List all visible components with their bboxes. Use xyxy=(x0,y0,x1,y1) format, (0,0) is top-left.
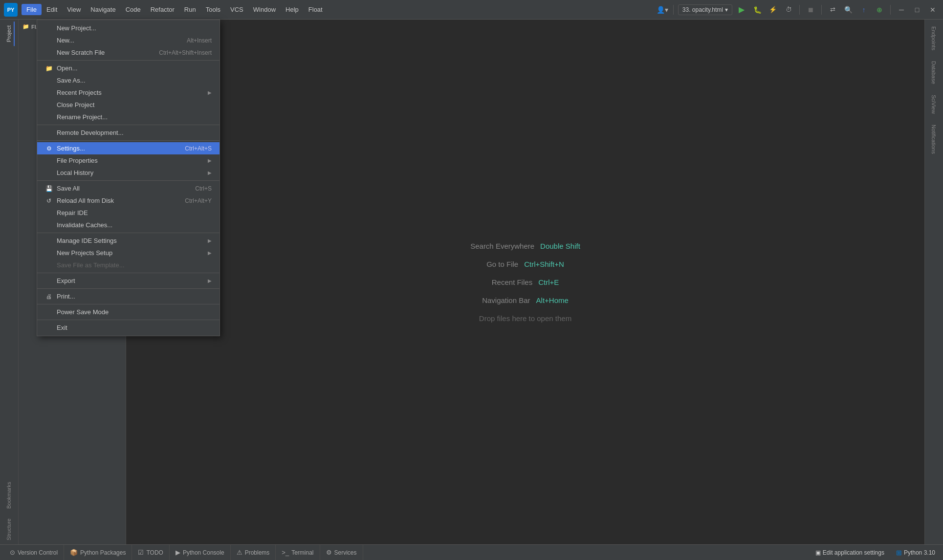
close-button[interactable]: ✕ xyxy=(926,3,939,16)
version-control-icon: ⊙ xyxy=(10,549,15,556)
manage-ide-arrow: ▶ xyxy=(208,238,212,243)
menu-file-properties[interactable]: File Properties ▶ xyxy=(37,154,219,167)
menu-export[interactable]: Export ▶ xyxy=(37,275,219,287)
scratch-shortcut: Ctrl+Alt+Shift+Insert xyxy=(159,49,212,56)
maximize-button[interactable]: □ xyxy=(911,3,923,16)
menu-run[interactable]: Run xyxy=(179,4,201,15)
menu-remote-development[interactable]: Remote Development... xyxy=(37,127,219,139)
menu-manage-ide[interactable]: Manage IDE Settings ▶ xyxy=(37,235,219,247)
manage-ide-label: Manage IDE Settings xyxy=(57,237,204,244)
new-project-label: New Project... xyxy=(57,24,212,32)
menu-open[interactable]: 📁 Open... xyxy=(37,62,219,74)
open-icon: 📁 xyxy=(45,65,53,72)
sidebar-tab-bookmarks[interactable]: Bookmarks xyxy=(4,478,15,513)
menu-close-project[interactable]: Close Project xyxy=(37,99,219,111)
editor-area: Search Everywhere Double Shift Go to Fil… xyxy=(126,20,924,544)
hint-recent-files: Recent Files Ctrl+E xyxy=(492,278,559,286)
python-version-item[interactable]: ⊞ Python 3.10 xyxy=(892,549,939,557)
status-python-console[interactable]: ▶ Python Console xyxy=(170,545,231,560)
menu-float[interactable]: Float xyxy=(304,4,328,15)
run-button[interactable]: ▶ xyxy=(735,3,748,16)
menu-navigate[interactable]: Navigate xyxy=(86,4,120,15)
coverage-button[interactable]: ⚡ xyxy=(767,3,779,16)
menu-save-all[interactable]: 💾 Save All Ctrl+S xyxy=(37,182,219,194)
menu-file[interactable]: File xyxy=(22,4,42,15)
hint-goto-file: Go to File Ctrl+Shift+N xyxy=(486,260,564,268)
file-props-arrow: ▶ xyxy=(208,158,212,163)
hint-goto-shortcut: Ctrl+Shift+N xyxy=(524,260,564,268)
menu-local-history[interactable]: Local History ▶ xyxy=(37,167,219,179)
right-tab-endpoints[interactable]: Endpoints xyxy=(929,22,940,55)
menu-new-project[interactable]: New Project... xyxy=(37,22,219,34)
sidebar-tab-project[interactable]: Project xyxy=(4,22,15,46)
python-console-icon: ▶ xyxy=(175,549,180,556)
edit-settings-item[interactable]: ▣ Edit application settings xyxy=(811,549,888,556)
titlebar: PY File Edit View Navigate Code Refactor… xyxy=(0,0,943,20)
pycharm-icon[interactable]: ⊕ xyxy=(873,3,886,16)
minimize-button[interactable]: ─ xyxy=(895,3,908,16)
menu-save-as[interactable]: Save As... xyxy=(37,74,219,86)
new-projects-setup-arrow: ▶ xyxy=(208,250,212,256)
menu-window[interactable]: Window xyxy=(248,4,281,15)
app-logo: PY xyxy=(4,3,18,17)
status-todo[interactable]: ☑ TODO xyxy=(132,545,169,560)
menu-view[interactable]: View xyxy=(62,4,86,15)
translate-icon[interactable]: ⇄ xyxy=(826,3,839,16)
menu-recent-projects[interactable]: Recent Projects ▶ xyxy=(37,86,219,99)
profile-icon[interactable]: 👤▾ xyxy=(656,3,669,16)
drop-hint: Drop files here to open them xyxy=(479,314,571,323)
menu-new-projects-setup[interactable]: New Projects Setup ▶ xyxy=(37,247,219,259)
right-sidebar: Endpoints Database SciView Notifications xyxy=(924,20,943,544)
right-tab-sciview[interactable]: SciView xyxy=(929,90,940,119)
python-packages-icon: 📦 xyxy=(70,549,78,556)
status-version-control[interactable]: ⊙ Version Control xyxy=(4,545,64,560)
run-config-selector[interactable]: 33. opacity.html ▾ xyxy=(678,4,732,15)
save-all-label: Save All xyxy=(57,185,191,192)
sep7 xyxy=(37,288,219,289)
right-tab-database[interactable]: Database xyxy=(929,56,940,89)
menu-save-as-template[interactable]: Save File as Template... xyxy=(37,259,219,271)
menu-new-scratch[interactable]: New Scratch File Ctrl+Alt+Shift+Insert xyxy=(37,46,219,59)
menu-repair-ide[interactable]: Repair IDE xyxy=(37,207,219,219)
menu-invalidate-caches[interactable]: Invalidate Caches... xyxy=(37,219,219,231)
settings-box-icon: ▣ xyxy=(815,549,821,556)
power-save-label: Power Save Mode xyxy=(57,308,212,316)
menu-refactor[interactable]: Refactor xyxy=(146,4,179,15)
status-services[interactable]: ⚙ Services xyxy=(320,545,363,560)
status-python-packages[interactable]: 📦 Python Packages xyxy=(64,545,132,560)
settings-label: Settings... xyxy=(57,145,181,152)
menu-tools[interactable]: Tools xyxy=(201,4,225,15)
hint-search-everywhere: Search Everywhere Double Shift xyxy=(470,242,580,250)
version-control-label: Version Control xyxy=(18,549,58,556)
file-menu[interactable]: New Project... New... Alt+Insert New Scr… xyxy=(37,20,220,336)
open-label: Open... xyxy=(57,65,212,72)
hint-nav-label: Navigation Bar xyxy=(482,296,530,304)
todo-icon: ☑ xyxy=(138,549,144,556)
print-icon: 🖨 xyxy=(45,293,53,300)
search-everywhere-icon[interactable]: 🔍 xyxy=(842,3,855,16)
menu-new[interactable]: New... Alt+Insert xyxy=(37,34,219,46)
update-icon[interactable]: ↑ xyxy=(857,3,870,16)
menu-help[interactable]: Help xyxy=(281,4,304,15)
sidebar-tab-structure[interactable]: Structure xyxy=(4,515,15,544)
settings-shortcut: Ctrl+Alt+S xyxy=(185,145,212,152)
menu-settings[interactable]: ⚙ Settings... Ctrl+Alt+S xyxy=(37,142,219,154)
right-tab-notifications[interactable]: Notifications xyxy=(929,120,940,159)
run-config-label: 33. opacity.html xyxy=(682,6,723,13)
status-problems[interactable]: ⚠ Problems xyxy=(231,545,276,560)
menu-reload-all[interactable]: ↺ Reload All from Disk Ctrl+Alt+Y xyxy=(37,194,219,207)
menu-exit[interactable]: Exit xyxy=(37,322,219,334)
status-terminal[interactable]: >_ Terminal xyxy=(276,545,320,560)
menu-rename-project[interactable]: Rename Project... xyxy=(37,111,219,123)
debug-button[interactable]: 🐛 xyxy=(751,3,764,16)
menu-edit[interactable]: Edit xyxy=(42,4,62,15)
sep3 xyxy=(37,140,219,141)
menu-power-save[interactable]: Power Save Mode xyxy=(37,306,219,318)
profile-run-button[interactable]: ⏱ xyxy=(782,3,795,16)
stop-button[interactable]: ⏹ xyxy=(804,3,817,16)
menu-print[interactable]: 🖨 Print... xyxy=(37,290,219,302)
menu-vcs[interactable]: VCS xyxy=(225,4,248,15)
menu-code[interactable]: Code xyxy=(121,4,146,15)
close-project-label: Close Project xyxy=(57,101,212,108)
terminal-label: Terminal xyxy=(291,549,313,556)
